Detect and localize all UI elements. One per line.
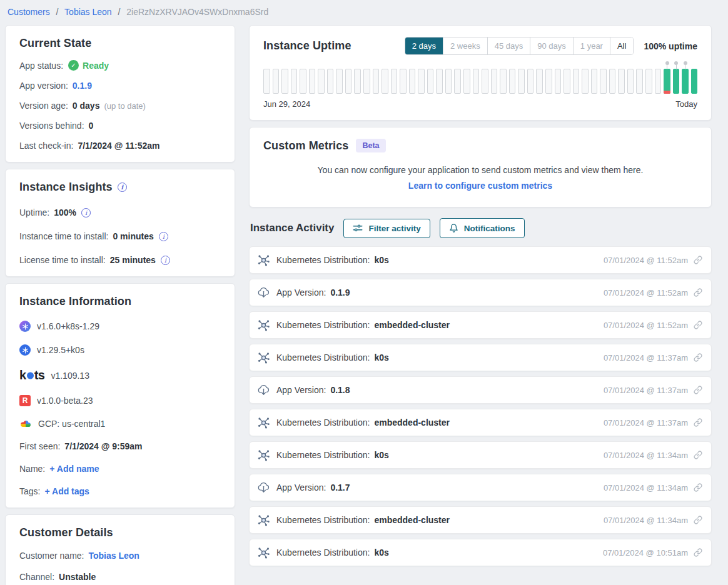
beta-badge: Beta <box>356 139 385 152</box>
uptime-bar[interactable] <box>673 69 680 94</box>
uptime-bar[interactable] <box>327 69 334 94</box>
info-circle-icon[interactable]: i <box>118 182 127 192</box>
instance-tti-value: 0 minutes <box>113 231 153 241</box>
uptime-bar[interactable] <box>427 69 434 94</box>
uptime-start-date: Jun 29, 2024 <box>263 99 310 109</box>
info-circle-icon[interactable]: i <box>159 232 168 241</box>
kubernetes-distribution-icon <box>257 514 270 527</box>
last-checkin-value: 7/1/2024 @ 11:52am <box>78 141 159 151</box>
kubernetes-distribution-icon <box>257 254 270 267</box>
uptime-bar[interactable] <box>536 69 543 94</box>
link-chain-icon[interactable] <box>694 386 702 394</box>
uptime-bar[interactable] <box>300 69 306 94</box>
breadcrumb-customer-name-link[interactable]: Tobias Leon <box>64 7 112 17</box>
uptime-bar[interactable] <box>564 69 570 94</box>
uptime-bar[interactable] <box>336 69 343 94</box>
filter-activity-button[interactable]: Filter activity <box>343 219 430 238</box>
uptime-bar[interactable] <box>263 69 270 94</box>
uptime-bar[interactable] <box>500 69 507 94</box>
uptime-bar[interactable] <box>345 69 352 94</box>
uptime-bar[interactable] <box>454 69 461 94</box>
uptime-bar[interactable] <box>645 69 652 94</box>
link-chain-icon[interactable] <box>694 321 702 329</box>
uptime-bar[interactable] <box>573 69 580 94</box>
link-chain-icon[interactable] <box>694 288 702 297</box>
uptime-bar[interactable] <box>318 69 325 94</box>
instance-activity-header: Instance Activity Filter activity Notifi… <box>250 218 712 238</box>
add-name-link[interactable]: + Add name <box>49 464 99 474</box>
link-chain-icon[interactable] <box>694 353 702 362</box>
name-label: Name: <box>19 464 45 474</box>
configure-custom-metrics-link[interactable]: Learn to configure custom metrics <box>263 181 697 191</box>
add-tags-link[interactable]: + Add tags <box>44 486 89 496</box>
activity-label: Kubernetes Distribution: <box>276 450 370 460</box>
uptime-bar[interactable] <box>363 69 370 94</box>
uptime-bar[interactable] <box>636 69 643 94</box>
uptime-bar[interactable] <box>509 69 516 94</box>
uptime-bar[interactable] <box>463 69 470 94</box>
uptime-bar[interactable] <box>400 69 407 94</box>
filter-sliders-icon <box>353 224 363 232</box>
name-row: Name: + Add name <box>19 464 221 474</box>
link-chain-icon[interactable] <box>694 451 702 459</box>
uptime-range-all[interactable]: All <box>610 38 633 54</box>
activity-row: Kubernetes Distribution: embedded-cluste… <box>249 409 712 436</box>
uptime-range-2-weeks[interactable]: 2 weeks <box>443 38 488 54</box>
uptime-bar[interactable] <box>291 69 298 94</box>
embedded-cluster-version-row: v1.6.0+k8s-1.29 <box>19 321 221 332</box>
uptime-bar[interactable] <box>409 69 416 94</box>
customer-name-link[interactable]: Tobias Leon <box>88 551 139 561</box>
app-version-cloud-icon <box>257 481 270 494</box>
uptime-bar[interactable] <box>682 69 689 94</box>
uptime-bar[interactable] <box>609 69 616 94</box>
app-status-row: App status: ✓ Ready <box>19 60 221 71</box>
uptime-bar[interactable] <box>618 69 625 94</box>
uptime-range-2-days[interactable]: 2 days <box>405 38 443 54</box>
breadcrumb: Customers / Tobias Leon / 2ieRzNzXRVJAOv… <box>0 0 728 25</box>
uptime-bar[interactable] <box>655 69 662 94</box>
app-version-link[interactable]: 0.1.9 <box>73 81 92 91</box>
uptime-bar[interactable] <box>491 69 498 94</box>
uptime-bar[interactable] <box>555 69 562 94</box>
link-chain-icon[interactable] <box>694 418 702 427</box>
uptime-bar[interactable] <box>391 69 398 94</box>
uptime-bar[interactable] <box>382 69 388 94</box>
uptime-bar[interactable] <box>600 69 607 94</box>
uptime-bar[interactable] <box>518 69 525 94</box>
link-chain-icon[interactable] <box>694 516 702 524</box>
uptime-bar[interactable] <box>473 69 480 94</box>
link-chain-icon[interactable] <box>694 483 702 492</box>
uptime-bar[interactable] <box>354 69 361 94</box>
uptime-bar[interactable] <box>591 69 598 94</box>
custom-metrics-card: Custom Metrics Beta You can now configur… <box>249 127 712 208</box>
notifications-button[interactable]: Notifications <box>440 218 525 238</box>
uptime-bar[interactable] <box>582 69 589 94</box>
uptime-bar[interactable] <box>527 69 534 94</box>
uptime-bar[interactable] <box>445 69 452 94</box>
uptime-bar[interactable] <box>418 69 425 94</box>
uptime-range-1-year[interactable]: 1 year <box>574 38 610 54</box>
uptime-bar[interactable] <box>545 69 552 94</box>
uptime-bar[interactable] <box>664 69 670 94</box>
activity-value: embedded-cluster <box>374 320 450 330</box>
uptime-bar[interactable] <box>309 69 316 94</box>
link-chain-icon[interactable] <box>694 256 702 264</box>
activity-label: Kubernetes Distribution: <box>276 255 370 265</box>
uptime-bar[interactable] <box>373 69 380 94</box>
uptime-bar[interactable] <box>482 69 488 94</box>
info-circle-icon[interactable]: i <box>81 208 91 218</box>
uptime-range-45-days[interactable]: 45 days <box>488 38 531 54</box>
uptime-bar[interactable] <box>281 69 288 94</box>
uptime-bar[interactable] <box>436 69 443 94</box>
uptime-bar[interactable] <box>627 69 634 94</box>
uptime-chart <box>263 69 697 94</box>
activity-timestamp: 07/01/2024 @ 10:51am <box>603 548 688 558</box>
link-chain-icon[interactable] <box>694 548 702 557</box>
info-circle-icon[interactable]: i <box>161 256 170 265</box>
activity-timestamp: 07/01/2024 @ 11:34am <box>604 451 688 460</box>
instance-uptime-card: Instance Uptime 2 days2 weeks45 days90 d… <box>249 25 712 121</box>
breadcrumb-customers-link[interactable]: Customers <box>8 7 50 17</box>
uptime-range-90-days[interactable]: 90 days <box>530 38 574 54</box>
uptime-bar[interactable] <box>691 69 698 94</box>
uptime-bar[interactable] <box>273 69 280 94</box>
